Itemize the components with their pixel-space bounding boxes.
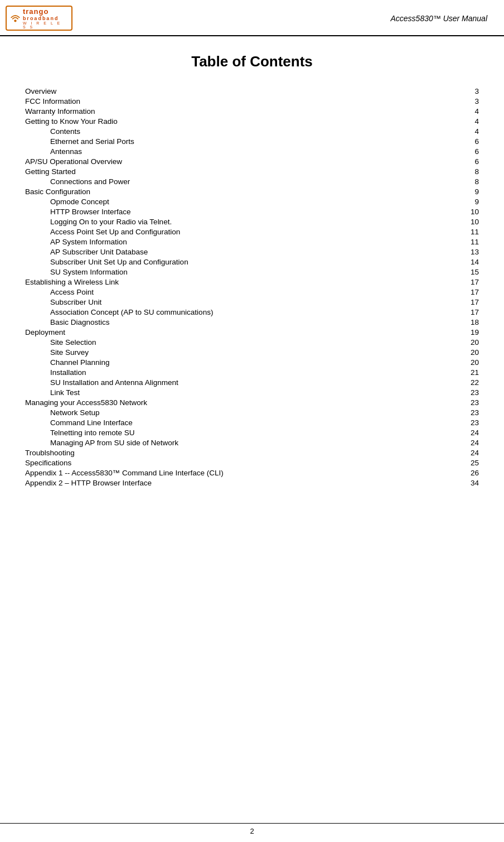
toc-entry-label: Appendix 1 -- Access5830™ Command Line I…: [25, 468, 411, 478]
page-footer: 2: [0, 823, 504, 835]
toc-row: Warranty Information4: [25, 106, 479, 116]
toc-entry-page: 17: [411, 297, 479, 307]
toc-entry-label: Deployment: [25, 327, 411, 337]
toc-row: Access Point Set Up and Configuration11: [25, 227, 479, 237]
toc-row: Appendix 1 -- Access5830™ Command Line I…: [25, 468, 479, 478]
toc-entry-page: 21: [411, 367, 479, 377]
toc-row: Association Concept (AP to SU communicat…: [25, 307, 479, 317]
toc-row: Opmode Concept9: [25, 196, 479, 206]
toc-entry-page: 23: [411, 397, 479, 407]
toc-entry-label: Appendix 2 – HTTP Browser Interface: [25, 478, 411, 488]
toc-row: AP/SU Operational Overview6: [25, 156, 479, 166]
toc-entry-page: 22: [411, 377, 479, 387]
toc-entry-label: Command Line Interface: [25, 417, 411, 427]
toc-entry-label: Association Concept (AP to SU communicat…: [25, 307, 411, 317]
toc-entry-label: Opmode Concept: [25, 196, 411, 206]
toc-row: AP System Information11: [25, 237, 479, 247]
toc-entry-page: 6: [411, 156, 479, 166]
logo-icon: [10, 12, 21, 25]
toc-row: Subscriber Unit Set Up and Configuration…: [25, 257, 479, 267]
toc-entry-page: 11: [411, 227, 479, 237]
toc-title: Table of Contents: [25, 53, 479, 70]
toc-entry-page: 20: [411, 337, 479, 347]
toc-row: Specifications25: [25, 458, 479, 468]
toc-row: Installation21: [25, 367, 479, 377]
toc-row: Appendix 2 – HTTP Browser Interface34: [25, 478, 479, 488]
toc-row: Establishing a Wireless Link17: [25, 277, 479, 287]
toc-entry-page: 4: [411, 126, 479, 136]
toc-entry-page: 10: [411, 216, 479, 227]
logo-box: trango broadband W I R E L E S S: [6, 6, 72, 31]
toc-entry-label: Access Point Set Up and Configuration: [25, 227, 411, 237]
toc-entry-page: 23: [411, 407, 479, 417]
toc-row: AP Subscriber Unit Database13: [25, 247, 479, 257]
toc-row: Managing AP from SU side of Network24: [25, 437, 479, 448]
toc-row: Telnetting into remote SU24: [25, 427, 479, 437]
toc-row: Troublshooting24: [25, 448, 479, 458]
toc-entry-label: Link Test: [25, 387, 411, 397]
toc-entry-page: 34: [411, 478, 479, 488]
toc-entry-page: 6: [411, 136, 479, 146]
toc-entry-label: Contents: [25, 126, 411, 136]
manual-title: Access5830™ User Manual: [390, 14, 487, 23]
toc-row: Subscriber Unit17: [25, 297, 479, 307]
toc-entry-label: Basic Configuration: [25, 186, 411, 196]
toc-entry-label: AP Subscriber Unit Database: [25, 247, 411, 257]
toc-entry-page: 23: [411, 417, 479, 427]
toc-entry-page: 8: [411, 176, 479, 186]
toc-entry-page: 17: [411, 287, 479, 297]
toc-entry-page: 9: [411, 186, 479, 196]
toc-entry-page: 24: [411, 448, 479, 458]
toc-entry-page: 24: [411, 427, 479, 437]
toc-entry-page: 3: [411, 86, 479, 96]
toc-entry-page: 3: [411, 96, 479, 106]
toc-entry-label: Antennas: [25, 146, 411, 156]
toc-row: SU System Information15: [25, 267, 479, 277]
page-container: trango broadband W I R E L E S S Access5…: [0, 0, 504, 842]
toc-entry-label: Getting to Know Your Radio: [25, 116, 411, 126]
toc-entry-page: 9: [411, 196, 479, 206]
toc-entry-label: Installation: [25, 367, 411, 377]
toc-entry-label: Warranty Information: [25, 106, 411, 116]
logo-text-trango: trango: [23, 7, 68, 16]
toc-entry-page: 6: [411, 146, 479, 156]
toc-entry-label: Subscriber Unit Set Up and Configuration: [25, 257, 411, 267]
toc-entry-label: Channel Planning: [25, 357, 411, 367]
toc-entry-page: 17: [411, 307, 479, 317]
svg-point-0: [14, 20, 16, 22]
toc-entry-label: HTTP Browser Interface: [25, 206, 411, 216]
toc-row: Logging On to your Radio via Telnet.10: [25, 216, 479, 227]
toc-entry-page: 23: [411, 387, 479, 397]
toc-entry-page: 20: [411, 357, 479, 367]
toc-entry-page: 15: [411, 267, 479, 277]
toc-row: SU Installation and Antenna Alignment22: [25, 377, 479, 387]
toc-row: Command Line Interface23: [25, 417, 479, 427]
toc-entry-label: Ethernet and Serial Ports: [25, 136, 411, 146]
toc-entry-label: Subscriber Unit: [25, 297, 411, 307]
toc-row: Channel Planning20: [25, 357, 479, 367]
toc-entry-label: SU Installation and Antenna Alignment: [25, 377, 411, 387]
toc-row: Link Test23: [25, 387, 479, 397]
toc-entry-label: Connections and Power: [25, 176, 411, 186]
toc-row: Access Point17: [25, 287, 479, 297]
toc-entry-label: Managing AP from SU side of Network: [25, 437, 411, 448]
toc-entry-label: Logging On to your Radio via Telnet.: [25, 216, 411, 227]
toc-row: Contents4: [25, 126, 479, 136]
toc-entry-page: 14: [411, 257, 479, 267]
main-content: Table of Contents Overview3FCC Informati…: [0, 36, 504, 510]
toc-entry-page: 18: [411, 317, 479, 327]
toc-row: Site Survey20: [25, 347, 479, 357]
toc-row: Getting to Know Your Radio4: [25, 116, 479, 126]
toc-entry-label: Telnetting into remote SU: [25, 427, 411, 437]
toc-row: Managing your Access5830 Network23: [25, 397, 479, 407]
toc-entry-label: Site Survey: [25, 347, 411, 357]
toc-entry-label: Managing your Access5830 Network: [25, 397, 411, 407]
toc-entry-label: Troublshooting: [25, 448, 411, 458]
toc-entry-page: 8: [411, 166, 479, 176]
toc-row: HTTP Browser Interface10: [25, 206, 479, 216]
toc-entry-label: Specifications: [25, 458, 411, 468]
toc-entry-page: 17: [411, 277, 479, 287]
page-header: trango broadband W I R E L E S S Access5…: [0, 0, 504, 36]
logo-area: trango broadband W I R E L E S S: [6, 6, 72, 31]
toc-entry-page: 13: [411, 247, 479, 257]
